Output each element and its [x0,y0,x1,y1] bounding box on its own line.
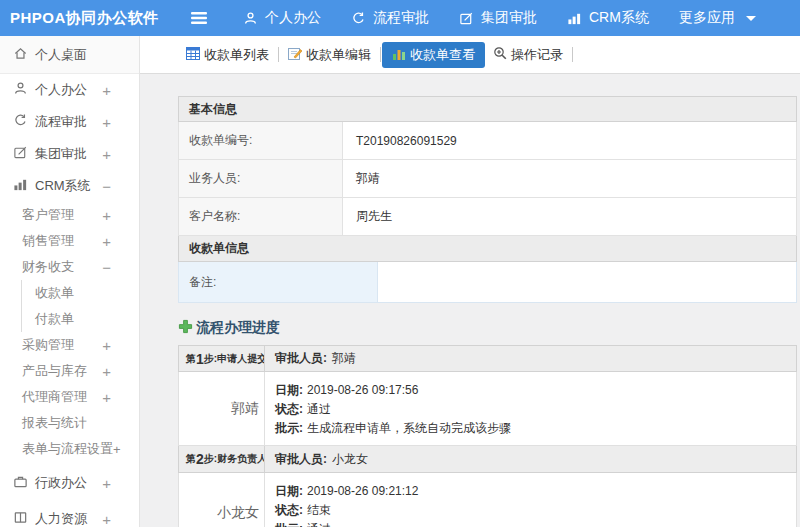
expand-icon: + [102,389,139,406]
sidebar-item-process-approval[interactable]: 流程审批 + [0,106,139,138]
tab-bar: 收款单列表 收款单编辑 收款单查看 操作记录 [140,36,800,74]
sidebar-item-reports[interactable]: 报表与统计 [0,410,139,436]
edit-icon [13,145,35,163]
main-area: 收款单列表 收款单编辑 收款单查看 操作记录 基本信息 收款单编号: T2019… [140,36,800,527]
detail-line-status: 状态:结束 [275,501,786,520]
sidebar-item-agent-mgmt[interactable]: 代理商管理 + [0,384,139,410]
book-icon [13,510,35,527]
tab-operation-log[interactable]: 操作记录 [485,42,571,68]
step-approver: 审批人员: 郭靖 [265,346,356,371]
step-title: 第1步:申请人提交申请 [179,346,265,371]
tab-receipt-edit[interactable]: 收款单编辑 [280,42,379,68]
caret-down-icon [746,16,756,21]
field-label-receipt-no: 收款单编号: [179,122,343,159]
person-icon [13,81,35,99]
sidebar-item-crm[interactable]: CRM系统 − [0,170,139,202]
field-value-salesperson: 郭靖 [343,160,796,197]
plus-icon [178,319,193,337]
detail-line-date: 日期:2019-08-26 09:17:56 [275,381,786,400]
field-label-customer: 客户名称: [179,198,343,235]
step-approver: 审批人员: 小龙女 [265,446,368,472]
top-bar: PHPOA协同办公软件 个人办公 流程审批 集团审批 CRM系统 更多应用 [0,0,800,36]
table-row: 客户名称: 周先生 [178,198,797,236]
sidebar-item-purchase-mgmt[interactable]: 采购管理 + [0,332,139,358]
menu-item-personal-office[interactable]: 个人办公 [243,9,321,27]
menu-item-crm[interactable]: CRM系统 [567,9,649,27]
sidebar-item-form-process-settings[interactable]: 表单与流程设置 + [0,436,139,462]
step-header-row: 第2步:财务负责人审批 审批人员: 小龙女 [178,446,797,473]
expand-icon: + [102,233,139,250]
expand-icon: + [102,363,139,380]
process-icon [13,113,35,131]
list-icon [186,47,200,63]
person-icon [243,11,258,26]
process-icon [351,11,366,26]
process-steps-table: 第1步:申请人提交申请 审批人员: 郭靖 郭靖 日期:2019-08-26 09… [178,345,797,527]
edit-icon [459,11,474,26]
sidebar-item-customer-mgmt[interactable]: 客户管理 + [0,202,139,228]
tab-separator [278,47,279,62]
expand-icon: + [113,442,121,457]
sidebar-item-receipt[interactable]: 收款单 [22,280,139,306]
step-detail-row: 郭靖 日期:2019-08-26 09:17:56 状态:通过 批示:生成流程申… [178,372,797,446]
collapse-icon: − [102,178,139,195]
menu-item-process-approval[interactable]: 流程审批 [351,9,429,27]
sidebar-item-product-inventory[interactable]: 产品与库存 + [0,358,139,384]
tab-receipt-list[interactable]: 收款单列表 [178,42,277,68]
table-row: 备注: [178,262,797,303]
edit-doc-icon [288,47,302,63]
menu-item-group-approval[interactable]: 集团审批 [459,9,537,27]
section-header-basic-info: 基本信息 [178,96,797,122]
detail-line-status: 状态:通过 [275,400,786,419]
menu-item-more-apps[interactable]: 更多应用 [679,9,756,27]
sidebar-item-hr[interactable]: 人力资源 + [0,504,139,527]
tab-receipt-view[interactable]: 收款单查看 [382,42,485,68]
sidebar: 个人桌面 个人办公 + 流程审批 + 集团审批 + CRM系统 − 客户管理 +… [0,36,140,527]
chart-icon [13,177,35,195]
sidebar-item-sales-mgmt[interactable]: 销售管理 + [0,228,139,254]
expand-icon: + [102,475,139,492]
step-detail-lines: 日期:2019-08-26 09:21:12 状态:结束 批示:通过 [265,473,796,527]
tab-separator [380,47,381,62]
top-menu: 个人办公 流程审批 集团审批 CRM系统 更多应用 [228,9,771,27]
view-chart-icon [392,47,406,63]
finance-submenu: 收款单 付款单 [21,280,139,332]
field-label-salesperson: 业务人员: [179,160,343,197]
field-value-customer: 周先生 [343,198,796,235]
expand-icon: + [102,146,139,163]
receipt-detail-panel: 基本信息 收款单编号: T20190826091529 业务人员: 郭靖 客户名… [178,96,797,303]
detail-line-date: 日期:2019-08-26 09:21:12 [275,482,786,501]
expand-icon: + [102,337,139,354]
approver-name: 小龙女 [179,473,265,527]
app-title: PHPOA协同办公软件 [0,9,190,28]
chart-icon [567,11,582,26]
table-row: 收款单编号: T20190826091529 [178,122,797,160]
sidebar-item-group-approval[interactable]: 集团审批 + [0,138,139,170]
sidebar-item-finance[interactable]: 财务收支 − [0,254,139,280]
expand-icon: + [102,511,139,527]
field-value-receipt-no: T20190826091529 [343,122,796,159]
sidebar-item-payment[interactable]: 付款单 [22,306,139,332]
step-detail-lines: 日期:2019-08-26 09:17:56 状态:通过 批示:生成流程申请单，… [265,372,796,445]
expand-icon: + [102,82,139,99]
expand-icon: + [102,114,139,131]
section-header-receipt-info: 收款单信息 [178,236,797,262]
detail-line-comment: 批示:通过 [275,520,786,527]
approver-name: 郭靖 [179,372,265,445]
sidebar-item-admin-office[interactable]: 行政办公 + [0,468,139,498]
process-progress-heading: 流程办理进度 [178,319,800,337]
detail-line-comment: 批示:生成流程申请单，系统自动完成该步骤 [275,419,786,438]
step-detail-row: 小龙女 日期:2019-08-26 09:21:12 状态:结束 批示:通过 [178,473,797,527]
tab-separator [572,47,573,62]
hamburger-menu-icon[interactable] [190,11,208,25]
field-label-remark: 备注: [179,262,378,302]
collapse-icon: − [102,259,139,276]
table-row: 业务人员: 郭靖 [178,160,797,198]
sidebar-item-desktop[interactable]: 个人桌面 [0,36,139,74]
step-header-row: 第1步:申请人提交申请 审批人员: 郭靖 [178,345,797,372]
content: 基本信息 收款单编号: T20190826091529 业务人员: 郭靖 客户名… [140,74,800,527]
briefcase-icon [13,474,35,492]
zoom-in-icon [493,46,507,63]
field-value-remark [378,262,796,302]
sidebar-item-personal-office[interactable]: 个人办公 + [0,74,139,106]
